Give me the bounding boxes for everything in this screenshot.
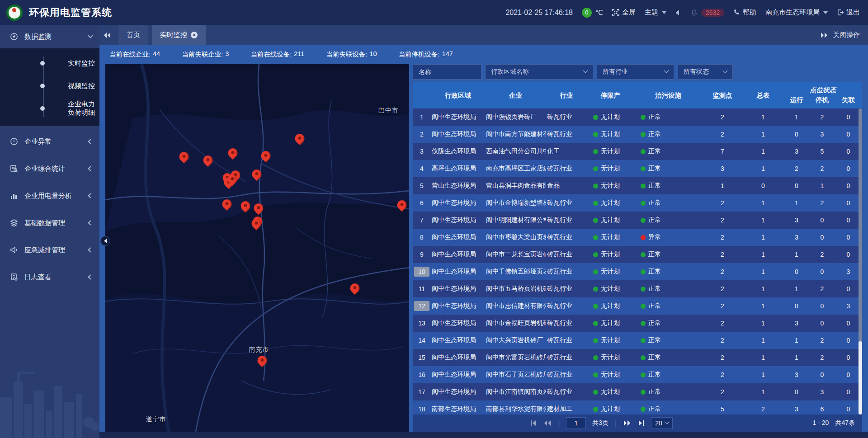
sidebar-item-enterprise-statistics[interactable]: 企业综合统计	[0, 157, 99, 180]
table-row[interactable]: 15 阆中生态环境局 阆中市光富页岩机砖厂 砖瓦行业 无计划 正常	[413, 349, 862, 366]
table-row[interactable]: 17 阆中生态环境局 阆中市江南镇阆南页岩 砖瓦行业 无计划 正常	[413, 383, 862, 400]
panel-collapse-button[interactable]	[100, 236, 110, 246]
sidebar-item-enterprise-abnormal[interactable]: 企业异常	[0, 130, 99, 153]
cell-company: 营山县润丰肉食品有限	[485, 182, 546, 190]
table-row[interactable]: 7 阆中生态环境局 阆中明阳建材有限公司 砖瓦行业 无计划 正常	[413, 212, 862, 229]
cell-halt: 2	[810, 199, 835, 207]
map-pin-icon[interactable]	[222, 199, 231, 209]
table-row[interactable]: 11 阆中生态环境局 阆中市五马桥页岩机砖 砖瓦行业 无计划 正常	[413, 280, 862, 297]
theme-dropdown[interactable]: 主题	[645, 8, 666, 17]
map-pin-icon[interactable]	[251, 219, 261, 228]
table-row[interactable]: 4 高坪生态环境局 南充市高坪区王家店建 砖瓦行业 无计划 正常	[413, 160, 862, 177]
cell-company: 阆中强锐页岩砖厂	[485, 113, 546, 121]
cell-region: 阆中生态环境局	[431, 250, 485, 259]
table-row[interactable]: 2 阆中生态环境局 阆中市南方节能建材有 砖瓦行业 无计划 正常	[413, 126, 862, 143]
help-button[interactable]: 帮助	[733, 8, 756, 17]
page-size-select[interactable]: 20	[651, 417, 673, 429]
mute-button[interactable]	[675, 9, 682, 16]
tab-home[interactable]: 首页	[118, 25, 148, 45]
table-row[interactable]: 16 阆中生态环境局 阆中市石子页岩机砖厂 砖瓦行业 无计划 正常	[413, 366, 862, 383]
status-dot-icon	[641, 218, 646, 223]
map-pin-icon[interactable]	[203, 155, 213, 165]
last-page-button[interactable]	[637, 420, 645, 426]
cell-lost: 0	[835, 165, 862, 172]
table-row[interactable]: 10 阆中生态环境局 阆中千佛镇五郎垭页岩 砖瓦行业 无计划 正常	[413, 263, 862, 280]
sidebar-item-log-view[interactable]: 日志查看	[0, 265, 99, 289]
cell-facility-status: 正常	[634, 336, 702, 344]
phone-icon	[733, 9, 740, 16]
table-row[interactable]: 1 阆中生态环境局 阆中强锐页岩砖厂 砖瓦行业 无计划 正常 2	[413, 108, 862, 126]
cell-region: 阆中生态环境局	[431, 113, 485, 121]
industry-filter-select[interactable]: 所有行业	[597, 64, 674, 80]
column-header-company: 企业	[485, 91, 546, 100]
page-number-input[interactable]: 1	[566, 417, 586, 429]
map-pin-icon[interactable]	[241, 201, 250, 211]
cell-run: 0	[783, 131, 810, 138]
cell-meters: 1	[743, 113, 783, 121]
cell-run: 3	[783, 371, 810, 378]
cell-facility-status: 正常	[634, 182, 702, 190]
table-row[interactable]: 14 阆中生态环境局 阆中大兴页岩机砖厂 砖瓦行业 无计划 正常	[413, 332, 862, 349]
sidebar-item-emergency-reduction[interactable]: 应急减排管理	[0, 238, 99, 262]
map-city-label: 巴中市	[378, 107, 399, 115]
name-filter-field[interactable]	[413, 64, 481, 80]
close-tab-icon[interactable]: ×	[191, 32, 198, 38]
sidebar-submenu: 实时监控 视频监控 企业电力负荷明细	[0, 48, 99, 126]
table-scrollbar[interactable]	[859, 108, 862, 414]
cell-limit-status: 无计划	[587, 405, 634, 413]
cell-industry: 建材加工	[546, 405, 587, 413]
sidebar-item-base-data[interactable]: 基础数据管理	[0, 211, 99, 235]
sidebar-subitem[interactable]: 实时监控	[0, 52, 99, 75]
table-row[interactable]: 18 南部生态环境局 南部县利华水泥有限公 建材加工 无计划 正常	[413, 400, 862, 414]
map-pin-icon[interactable]	[350, 283, 360, 293]
name-filter-input[interactable]	[419, 68, 476, 75]
cell-company: 阆中明阳建材有限公司	[485, 216, 546, 224]
table-row[interactable]: 13 阆中生态环境局 阆中市金福旺页岩机砖 砖瓦行业 无计划 正常	[413, 315, 862, 332]
cell-company: 阆中千佛镇五郎垭页岩	[485, 268, 546, 276]
map-pin-icon[interactable]	[257, 356, 267, 365]
table-row[interactable]: 12 阆中生态环境局 阆中市忠信建材有限公 砖瓦行业 无计划 正常	[413, 297, 862, 315]
map-panel[interactable]: 巴中市南充市遂宁市	[105, 64, 409, 432]
sidebar-subitem[interactable]: 企业电力负荷明细	[0, 97, 99, 120]
tab-realtime-monitoring[interactable]: 实时监控 ×	[152, 25, 206, 45]
status-dot-icon	[593, 115, 598, 120]
logout-button[interactable]: 退出	[837, 8, 860, 17]
map-pin-icon[interactable]	[228, 148, 238, 158]
first-page-button[interactable]	[530, 420, 537, 426]
table-row[interactable]: 8 阆中生态环境局 阆中市枣碧大梁山页岩 砖瓦行业 无计划 异常	[413, 229, 862, 246]
map-canvas[interactable]: 巴中市南充市遂宁市	[105, 64, 409, 432]
tabs-scroll-left-button[interactable]	[99, 25, 115, 45]
cell-points: 3	[702, 165, 743, 172]
next-page-button[interactable]	[623, 420, 631, 426]
table-row[interactable]: 5 营山生态环境局 营山县润丰肉食品有限 食品 无计划 正常 1	[413, 177, 862, 194]
cell-industry: 化工	[546, 147, 587, 155]
temperature-badge: 0	[582, 8, 592, 18]
row-index: 9	[413, 250, 431, 259]
map-pin-icon[interactable]	[254, 203, 264, 213]
previous-page-button[interactable]	[543, 420, 552, 426]
map-pin-icon[interactable]	[227, 174, 237, 184]
cell-halt: 3	[810, 131, 835, 138]
notifications-button[interactable]: 2632	[691, 9, 724, 17]
cell-meters: 1	[743, 199, 783, 207]
map-city-label: 南充市	[249, 346, 269, 354]
sidebar-subitem-label: 视频监控	[68, 82, 95, 90]
status-filter-select[interactable]: 所有状态	[678, 64, 733, 80]
sidebar-item-power-analysis[interactable]: 企业用电量分析	[0, 184, 99, 207]
map-pin-icon[interactable]	[397, 200, 406, 210]
table-row[interactable]: 9 阆中生态环境局 阆中市二龙长宝页岩砖 砖瓦行业 无计划 正常	[413, 246, 862, 263]
region-filter-select[interactable]: 行政区域名称	[485, 64, 593, 80]
organization-dropdown[interactable]: 南充市生态环境局	[765, 8, 828, 17]
map-pin-icon[interactable]	[261, 151, 270, 160]
map-pin-icon[interactable]	[179, 152, 189, 161]
sidebar-subitem[interactable]: 视频监控	[0, 75, 99, 97]
map-pin-icon[interactable]	[252, 170, 262, 179]
map-pin-icon[interactable]	[295, 134, 305, 143]
table-row[interactable]: 3 仪陇生态环境局 西南油气田分公司川中 化工 无计划 正常 7	[413, 143, 862, 160]
fullscreen-button[interactable]: 全屏	[612, 8, 636, 17]
divider: |	[558, 419, 560, 427]
cell-points: 7	[702, 148, 743, 155]
table-row[interactable]: 6 阆中生态环境局 阆中市金博瑞新型墙材 砖瓦行业 无计划 正常	[413, 194, 862, 212]
close-operations-button[interactable]: 关闭操作	[820, 31, 868, 39]
sidebar-item-data-monitoring[interactable]: 数据监测	[0, 25, 99, 48]
